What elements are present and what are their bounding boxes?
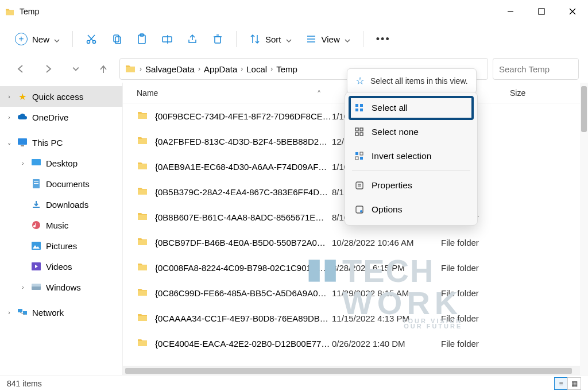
sort-button[interactable]: Sort (243, 29, 297, 49)
chevron-right-icon[interactable]: › (198, 65, 200, 73)
horizontal-scrollbar[interactable] (123, 366, 588, 375)
chevron-right-icon[interactable]: › (270, 65, 273, 73)
sidebar-label: OneDrive (32, 113, 68, 122)
new-label: New (32, 34, 49, 44)
sidebar-item-onedrive[interactable]: › OneDrive (0, 107, 122, 127)
file-date: 8/28/2022 6:15 PM (332, 263, 441, 273)
breadcrumb-item[interactable]: Local (246, 64, 267, 74)
sidebar-item-pictures[interactable]: Pictures (0, 235, 122, 256)
breadcrumb-item[interactable]: AppData (204, 64, 237, 74)
chevron-down-icon (345, 36, 350, 42)
file-row[interactable]: {0CAAAA34-CC1F-4E97-B0D8-76EA89DB…11/15/… (123, 305, 588, 331)
sidebar-item-network[interactable]: › Network (0, 302, 122, 323)
drive-icon (31, 282, 41, 292)
scrollbar-thumb[interactable] (581, 86, 587, 132)
svg-rect-39 (355, 104, 358, 107)
new-button[interactable]: + New (9, 29, 65, 49)
file-row[interactable]: {0BCB97DF-B46B-4E0A-B5D0-550B72A0…10/28/… (123, 230, 588, 255)
download-icon (31, 199, 41, 210)
folder-icon (137, 161, 150, 172)
folder-icon (137, 136, 150, 147)
recent-locations-button[interactable] (64, 59, 87, 79)
chevron-down-icon (286, 36, 292, 42)
menu-separator (352, 171, 470, 171)
folder-icon (137, 338, 150, 349)
share-button[interactable] (181, 29, 204, 49)
copy-icon (111, 33, 122, 45)
sidebar-item-music[interactable]: Music (0, 215, 122, 235)
file-row[interactable]: {0CE4004E-EACA-42E2-02B0-D12B00E77…0/26/… (123, 331, 588, 356)
maximize-button[interactable] (526, 0, 557, 23)
minimize-button[interactable] (495, 0, 526, 23)
sidebar-item-quick-access[interactable]: › ★ Quick access (0, 86, 122, 107)
copy-button[interactable] (105, 29, 128, 49)
svg-rect-34 (32, 286, 41, 290)
cut-button[interactable] (80, 29, 103, 49)
menu-item-select-none[interactable]: Select none (349, 120, 474, 144)
menu-label: Select all (372, 103, 408, 113)
context-menu: Select all Select none Invert selection … (345, 92, 478, 226)
svg-rect-42 (360, 109, 363, 111)
vertical-scrollbar[interactable] (580, 83, 588, 375)
scissors-icon (86, 33, 97, 45)
more-button[interactable]: ••• (370, 29, 396, 49)
sidebar-item-desktop[interactable]: › Desktop (0, 153, 122, 173)
menu-label: Select none (372, 127, 419, 137)
paste-button[interactable] (130, 29, 153, 49)
svg-rect-27 (34, 181, 38, 182)
column-header-name[interactable]: Name ^ (137, 88, 332, 98)
column-header-size[interactable]: Size (510, 88, 588, 98)
svg-rect-25 (32, 159, 41, 165)
options-icon (354, 204, 365, 215)
svg-rect-28 (34, 183, 38, 184)
toolbar: + New Sort View ••• (0, 23, 588, 55)
svg-rect-48 (360, 152, 363, 155)
menu-item-options[interactable]: Options (349, 198, 474, 222)
close-button[interactable] (557, 0, 588, 23)
menu-item-invert-selection[interactable]: Invert selection (349, 144, 474, 168)
file-row[interactable]: {0C86C99D-FE66-485A-BB5C-A5D6A9A0…11/29/… (123, 280, 588, 305)
thumbnails-view-button[interactable]: ▦ (567, 377, 581, 390)
menu-item-properties[interactable]: Properties (349, 173, 474, 198)
breadcrumb-item[interactable]: SalvageData (145, 64, 195, 74)
sidebar-item-windows[interactable]: › Windows (0, 277, 122, 297)
chevron-right-icon: › (20, 160, 26, 167)
scrollbar-thumb[interactable] (125, 368, 572, 374)
chevron-right-icon[interactable]: › (241, 65, 243, 73)
sidebar-item-this-pc[interactable]: ⌄ This PC (0, 132, 122, 153)
breadcrumb-item[interactable]: Temp (276, 64, 297, 74)
menu-label: Properties (372, 180, 412, 191)
separator (363, 31, 363, 47)
svg-rect-36 (18, 309, 22, 312)
sidebar-item-videos[interactable]: Videos (0, 256, 122, 277)
view-icon (305, 33, 317, 45)
titlebar: Temp (0, 0, 588, 23)
network-icon (17, 307, 28, 318)
forward-button[interactable] (37, 59, 60, 79)
file-type: File folder (441, 263, 510, 273)
svg-rect-44 (360, 128, 363, 131)
svg-rect-45 (355, 133, 358, 136)
search-input[interactable]: Search Temp (493, 58, 579, 80)
file-date: 11/15/2022 4:13 PM (332, 313, 441, 323)
back-button[interactable] (9, 59, 32, 79)
sidebar-item-documents[interactable]: Documents (0, 173, 122, 194)
file-name: {0B8B607E-B61C-4AA8-8ADC-8565671E… (155, 212, 332, 222)
folder-icon (137, 211, 150, 223)
view-toggle: ≡ ▦ (555, 377, 581, 390)
file-name: {0C86C99D-FE66-485A-BB5C-A5D6A9A0… (155, 288, 332, 298)
file-name: {0BCB97DF-B46B-4E0A-B5D0-550B72A0… (155, 238, 332, 247)
pictures-icon (31, 241, 41, 251)
file-row[interactable]: {0C008FA8-8224-4C09-B798-02C1C901C…8/28/… (123, 255, 588, 280)
up-button[interactable] (92, 59, 115, 79)
view-button[interactable]: View (300, 29, 356, 49)
rename-button[interactable] (156, 29, 179, 49)
file-date: 11/29/2022 8:15 AM (332, 288, 441, 298)
details-view-button[interactable]: ≡ (554, 377, 568, 390)
file-type: File folder (441, 339, 510, 349)
delete-button[interactable] (206, 29, 229, 49)
chevron-right-icon[interactable]: › (140, 65, 142, 73)
sidebar-item-downloads[interactable]: Downloads (0, 194, 122, 215)
svg-rect-8 (114, 35, 119, 42)
menu-item-select-all[interactable]: Select all (349, 96, 474, 120)
